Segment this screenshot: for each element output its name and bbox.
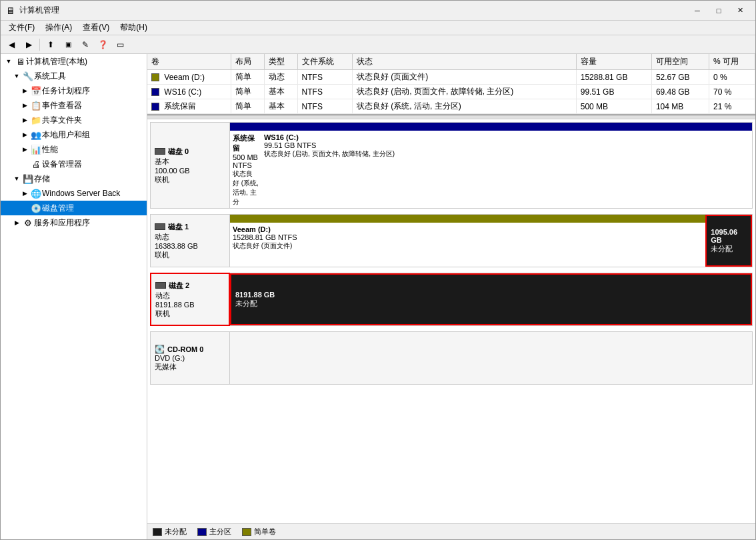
disk-row-disk1: 磁盘 1动态16383.88 GB联机Veeam (D:)15288.81 GB… bbox=[150, 214, 753, 267]
part-size: 99.51 GB NTFS bbox=[264, 141, 749, 149]
sidebar-item-event-viewer[interactable]: ▶ 📋 事件查看器 bbox=[1, 98, 147, 113]
wsb-icon: 🌐 bbox=[30, 189, 42, 199]
sidebar-item-task-scheduler[interactable]: ▶ 📅 任务计划程序 bbox=[1, 83, 147, 98]
sidebar-item-performance[interactable]: ▶ 📊 性能 bbox=[1, 142, 147, 157]
shared-icon: 📁 bbox=[30, 115, 42, 125]
table-row[interactable]: Veeam (D:) 简单 动态 NTFS 状态良好 (页面文件) 15288.… bbox=[147, 70, 755, 85]
cell-capacity: 99.51 GB bbox=[576, 85, 651, 99]
cell-capacity: 15288.81 GB bbox=[576, 70, 651, 85]
disk-status: 联机 bbox=[155, 250, 225, 260]
disk-icon bbox=[155, 223, 165, 230]
sidebar-item-disk-management[interactable]: ▶ 💿 磁盘管理 bbox=[1, 201, 147, 215]
menu-bar: 文件(F)操作(A)查看(V)帮助(H) bbox=[1, 21, 755, 35]
cell-pct: 21 % bbox=[709, 99, 755, 114]
legend-bar: 未分配主分区简单卷 bbox=[147, 523, 755, 539]
col-header-type: 类型 bbox=[264, 54, 297, 70]
show-hide-button[interactable]: ▣ bbox=[60, 37, 76, 52]
sidebar-label-root: 计算机管理(本地) bbox=[26, 56, 144, 67]
sidebar-label-device: 设备管理器 bbox=[42, 159, 144, 170]
maximize-button[interactable]: □ bbox=[709, 4, 729, 17]
sidebar-item-shared-folders[interactable]: ▶ 📁 共享文件夹 bbox=[1, 113, 147, 127]
forward-button[interactable]: ▶ bbox=[21, 37, 37, 52]
storage-icon: 💾 bbox=[22, 174, 34, 184]
menu-item-h[interactable]: 帮助(H) bbox=[115, 21, 153, 35]
disk-info-disk0: 磁盘 0基本100.00 GB联机 bbox=[150, 122, 230, 209]
disk-parts-disk1: Veeam (D:)15288.81 GB NTFS状态良好 (页面文件)109… bbox=[230, 214, 753, 267]
part-content: WS16 (C:)99.51 GB NTFS状态良好 (启动, 页面文件, 故障… bbox=[261, 132, 752, 160]
users-icon: 👥 bbox=[30, 130, 42, 140]
toolbar-separator bbox=[39, 39, 40, 51]
title-bar-left: 🖥 计算机管理 bbox=[6, 5, 59, 16]
legend-label: 主分区 bbox=[209, 527, 231, 537]
disk-part-disk1-0[interactable]: Veeam (D:)15288.81 GB NTFS状态良好 (页面文件) bbox=[230, 215, 705, 267]
help-button[interactable]: ❓ bbox=[95, 37, 111, 52]
sidebar-label-shared: 共享文件夹 bbox=[42, 115, 144, 126]
disk-status: 无媒体 bbox=[155, 362, 225, 372]
unalloc-size: 8191.88 GB bbox=[235, 291, 747, 299]
disk-icon bbox=[155, 282, 166, 289]
event-icon: 📋 bbox=[30, 101, 42, 111]
disk-row-cdrom0: 💽 CD-ROM 0DVD (G:)无媒体 bbox=[150, 331, 753, 385]
table-row[interactable]: 系统保留 简单 基本 NTFS 状态良好 (系统, 活动, 主分区) 500 M… bbox=[147, 99, 755, 114]
task-icon: 📅 bbox=[30, 86, 42, 96]
disk-parts-cdrom0 bbox=[230, 331, 753, 385]
disk-viz-area: 磁盘 0基本100.00 GB联机系统保留500 MB NTFS状态良好 (系统… bbox=[147, 119, 755, 523]
disk-name: 磁盘 1 bbox=[168, 222, 189, 232]
back-button[interactable]: ◀ bbox=[3, 37, 19, 52]
title-bar: 🖥 计算机管理 ─ □ ✕ bbox=[1, 1, 755, 21]
table-row[interactable]: WS16 (C:) 简单 基本 NTFS 状态良好 (启动, 页面文件, 故障转… bbox=[147, 85, 755, 99]
menu-item-f[interactable]: 文件(F) bbox=[3, 21, 40, 35]
expand-arrow-users: ▶ bbox=[19, 131, 30, 138]
cell-capacity: 500 MB bbox=[576, 99, 651, 114]
sidebar-label-task: 任务计划程序 bbox=[42, 85, 144, 97]
expand-arrow-perf: ▶ bbox=[19, 146, 30, 153]
disk-part-disk0-1[interactable]: WS16 (C:)99.51 GB NTFS状态良好 (启动, 页面文件, 故障… bbox=[261, 123, 752, 208]
services-icon: ⚙ bbox=[22, 218, 34, 228]
disk-status: 联机 bbox=[155, 309, 225, 319]
toolbar: ◀ ▶ ⬆ ▣ ✎ ❓ ▭ bbox=[1, 35, 755, 54]
minimize-button[interactable]: ─ bbox=[687, 4, 707, 17]
cell-free: 104 MB bbox=[651, 99, 709, 114]
sidebar-item-device-manager[interactable]: ▶ 🖨 设备管理器 bbox=[1, 157, 147, 171]
menu-item-v[interactable]: 查看(V) bbox=[77, 21, 115, 35]
part-header-bar bbox=[261, 123, 752, 131]
volume-table: 卷 布局 类型 文件系统 状态 容量 可用空间 % 可用 Veeam (D: bbox=[147, 54, 755, 114]
col-header-status: 状态 bbox=[353, 54, 577, 70]
unalloc-label: 未分配 bbox=[235, 299, 747, 309]
sidebar-item-services[interactable]: ▶ ⚙ 服务和应用程序 bbox=[1, 215, 147, 230]
disk-part-disk1-1[interactable]: 1095.06 GB未分配 bbox=[705, 215, 752, 267]
volume-table-container: 卷 布局 类型 文件系统 状态 容量 可用空间 % 可用 Veeam (D: bbox=[147, 54, 755, 115]
cell-type: 动态 bbox=[264, 70, 297, 85]
sidebar-item-wsb[interactable]: ▶ 🌐 Windows Server Back bbox=[1, 186, 147, 201]
cell-fs: NTFS bbox=[297, 85, 352, 99]
sidebar-item-root[interactable]: ▼ 🖥 计算机管理(本地) bbox=[1, 54, 147, 69]
legend-label: 简单卷 bbox=[254, 527, 276, 537]
sidebar-item-system-tools[interactable]: ▼ 🔧 系统工具 bbox=[1, 69, 147, 83]
disk-icon bbox=[155, 148, 165, 155]
expand-arrow-services: ▶ bbox=[11, 219, 22, 226]
sidebar-item-storage[interactable]: ▼ 💾 存储 bbox=[1, 171, 147, 186]
col-header-vol: 卷 bbox=[147, 54, 231, 70]
properties-button[interactable]: ✎ bbox=[77, 37, 93, 52]
up-button[interactable]: ⬆ bbox=[43, 37, 59, 52]
disk-parts-disk2: 8191.88 GB未分配 bbox=[230, 273, 753, 326]
window-icon: 🖥 bbox=[6, 5, 15, 16]
disk-part-disk0-0[interactable]: 系统保留500 MB NTFS状态良好 (系统, 活动, 主分 bbox=[230, 123, 261, 208]
disk-size: 16383.88 GB bbox=[155, 242, 225, 250]
col-header-layout: 布局 bbox=[231, 54, 264, 70]
perf-icon: 📊 bbox=[30, 145, 42, 155]
col-header-free: 可用空间 bbox=[651, 54, 709, 70]
sidebar-item-local-users[interactable]: ▶ 👥 本地用户和组 bbox=[1, 127, 147, 142]
legend-label: 未分配 bbox=[165, 527, 187, 537]
view-button[interactable]: ▭ bbox=[112, 37, 128, 52]
close-button[interactable]: ✕ bbox=[730, 4, 750, 17]
legend-box bbox=[153, 528, 162, 536]
disk-title-disk0: 磁盘 0 bbox=[155, 147, 225, 157]
cell-status: 状态良好 (系统, 活动, 主分区) bbox=[353, 99, 577, 114]
disk-status: 联机 bbox=[155, 175, 225, 185]
sidebar-label-event: 事件查看器 bbox=[42, 100, 144, 111]
disk-type: 动态 bbox=[155, 291, 225, 301]
disk-part-disk2-0[interactable]: 8191.88 GB未分配 bbox=[230, 273, 752, 325]
menu-item-a[interactable]: 操作(A) bbox=[40, 21, 77, 35]
title-controls: ─ □ ✕ bbox=[687, 4, 750, 17]
